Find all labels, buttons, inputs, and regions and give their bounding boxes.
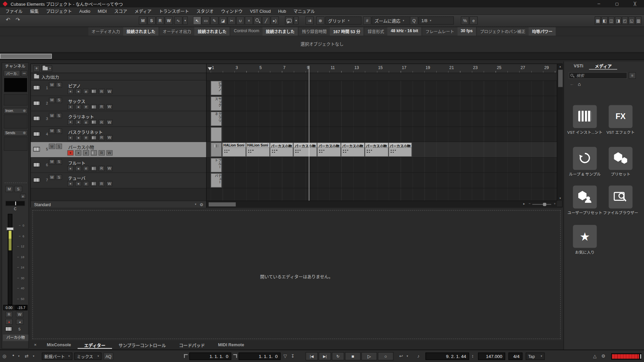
- new-part-dropdown[interactable]: 新規パート▾: [42, 353, 72, 360]
- track-read-button[interactable]: R: [99, 88, 105, 94]
- track-read-button[interactable]: R: [99, 135, 105, 140]
- menu-item[interactable]: ウィンドウ: [217, 7, 246, 14]
- channel-solo-button[interactable]: S: [14, 186, 22, 192]
- loops-samples-tile-icon[interactable]: [573, 147, 597, 170]
- track-row[interactable]: 7 M S テューバ ● ◂ e R W: [31, 173, 207, 188]
- comment-dropdown-icon[interactable]: ▾: [294, 16, 299, 24]
- track-monitor-button[interactable]: ◂: [75, 150, 81, 156]
- track-monitor-button[interactable]: ◂: [75, 135, 81, 140]
- track-row[interactable]: 5 M S パーカス小物 ● ◂ e R W: [31, 142, 207, 158]
- track-edit-button[interactable]: e: [83, 150, 89, 156]
- workspace-layout-icon[interactable]: ◰: [622, 16, 628, 24]
- timeline-ruler[interactable]: 1357911131517192123252729: [207, 64, 557, 73]
- menu-item[interactable]: ファイル: [2, 7, 26, 14]
- track-start-part[interactable]: クラリネ: [211, 112, 222, 126]
- track-solo-button[interactable]: S: [56, 144, 62, 149]
- channel-tab[interactable]: パーカ.: [4, 70, 20, 76]
- record-button[interactable]: ○: [378, 352, 394, 360]
- ruler-marker-icon[interactable]: [208, 67, 212, 70]
- metronome-icon[interactable]: △: [593, 353, 596, 359]
- track-midi-icon[interactable]: [91, 181, 97, 186]
- tempo-track-icon[interactable]: ↕: [472, 353, 474, 358]
- menu-item[interactable]: マニュアル: [290, 7, 319, 14]
- midi-part[interactable]: HALion Soni: [222, 142, 246, 157]
- position-display[interactable]: 9. 2. 1. 44: [426, 353, 469, 360]
- erase-tool[interactable]: ◪: [219, 16, 227, 24]
- track-edit-button[interactable]: e: [83, 119, 89, 125]
- punch-filter-icon[interactable]: ▽: [283, 353, 287, 359]
- inserts-section[interactable]: Inser.⊕: [4, 108, 28, 114]
- menu-item[interactable]: 編集: [26, 7, 42, 14]
- io-dropdown-icon[interactable]: ▾: [33, 355, 34, 358]
- user-presets-tile-icon[interactable]: [573, 185, 597, 208]
- stop-button[interactable]: ■: [345, 352, 361, 360]
- vertical-scrollbar[interactable]: ▲ ▼: [557, 64, 563, 201]
- track-edit-button[interactable]: e: [83, 166, 89, 171]
- track-mute-button[interactable]: M: [49, 174, 55, 180]
- quantize-panel-button[interactable]: e: [470, 16, 478, 24]
- track-start-part[interactable]: サックス: [211, 96, 222, 111]
- status-value[interactable]: 167 時間 53 分: [330, 27, 364, 36]
- track-mute-button[interactable]: M: [49, 82, 55, 87]
- aq-button[interactable]: AQ: [104, 353, 113, 360]
- track-row[interactable]: 3 M S クラリネット ● ◂ e R W: [31, 111, 207, 127]
- menu-item[interactable]: メディア: [131, 7, 155, 14]
- tap-tempo-button[interactable]: Tap▾: [526, 353, 544, 360]
- track-lane[interactable]: [207, 158, 557, 173]
- channel-write-button[interactable]: W: [16, 311, 23, 317]
- track-lane[interactable]: [207, 96, 557, 111]
- menu-item[interactable]: Hub: [274, 7, 290, 14]
- channel-fader[interactable]: [8, 214, 12, 305]
- menu-item[interactable]: VST Cloud: [246, 7, 274, 14]
- autoscroll-icon[interactable]: ⇉: [306, 16, 314, 24]
- time-signature-display[interactable]: 4/4: [508, 353, 523, 360]
- status-value[interactable]: 30 fps: [458, 27, 476, 36]
- split-tool[interactable]: ✂: [227, 16, 235, 24]
- add-track-button[interactable]: +: [33, 65, 40, 72]
- midi-part[interactable]: HALion Soni: [246, 142, 270, 157]
- workspace-layout-icon[interactable]: ◨: [615, 16, 621, 24]
- quantize-dropdown[interactable]: 1/8▾: [419, 16, 454, 24]
- track-start-part[interactable]: フルート: [211, 158, 222, 172]
- track-lane[interactable]: [207, 80, 557, 96]
- play-button[interactable]: ▷: [362, 352, 377, 360]
- channel-popout-icon[interactable]: ↦: [21, 70, 28, 76]
- lower-zone-tab[interactable]: サンプラーコントロール: [112, 341, 172, 349]
- channel-record-button[interactable]: ●: [5, 319, 13, 324]
- track-solo-button[interactable]: S: [56, 159, 62, 164]
- record-mode-icon[interactable]: ◎: [2, 353, 6, 359]
- track-lane[interactable]: [207, 127, 557, 142]
- minimize-button[interactable]: ─: [590, 0, 608, 7]
- snap-icon[interactable]: ⊗: [316, 16, 324, 24]
- transport-settings-gear-icon[interactable]: ⚙: [601, 353, 605, 359]
- fader-handle[interactable]: [7, 227, 14, 230]
- midi-part[interactable]: パーカス小物: [317, 142, 341, 157]
- track-edit-button[interactable]: e: [83, 181, 89, 186]
- undo-button[interactable]: ↶: [3, 16, 13, 22]
- track-mute-button[interactable]: M: [49, 128, 55, 134]
- track-monitor-button[interactable]: ◂: [75, 88, 81, 94]
- track-picture[interactable]: [4, 77, 28, 92]
- track-lane[interactable]: [207, 111, 557, 127]
- track-write-button[interactable]: W: [106, 104, 112, 109]
- scroll-down-button[interactable]: ▼: [557, 197, 563, 199]
- track-write-button[interactable]: W: [106, 88, 112, 94]
- track-record-button[interactable]: ●: [67, 135, 73, 140]
- menu-item[interactable]: スタジオ: [193, 7, 217, 14]
- track-write-button[interactable]: W: [106, 119, 112, 125]
- track-midi-icon[interactable]: [91, 88, 97, 94]
- favorites-tile-icon[interactable]: ★: [573, 225, 597, 248]
- track-edit-button[interactable]: e: [83, 88, 89, 94]
- sends-section[interactable]: Sends⊕: [4, 130, 28, 136]
- v-scroll-thumb[interactable]: [558, 70, 562, 87]
- track-start-part[interactable]: ピアノ: [211, 81, 222, 95]
- track-write-button[interactable]: W: [106, 150, 112, 156]
- object-selection-tool[interactable]: ↖: [193, 16, 201, 24]
- channel-mute-button[interactable]: M: [5, 186, 13, 192]
- automation-button[interactable]: R: [156, 16, 164, 24]
- lower-zone-tab[interactable]: MixConsole: [40, 341, 77, 349]
- lower-zone-tab[interactable]: コードパッド: [172, 341, 211, 349]
- track-solo-button[interactable]: S: [56, 113, 62, 118]
- track-monitor-button[interactable]: ◂: [75, 119, 81, 125]
- close-button[interactable]: ╳: [626, 0, 644, 7]
